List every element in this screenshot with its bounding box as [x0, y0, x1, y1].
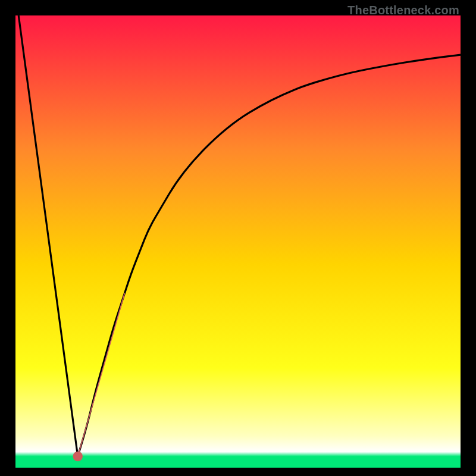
watermark-text: TheBottleneck.com: [347, 4, 459, 17]
chart-plot: [15, 15, 461, 468]
chart-stage: TheBottleneck.com: [0, 0, 476, 476]
highlight-endpoint: [73, 452, 82, 462]
gradient-background: [15, 15, 461, 468]
